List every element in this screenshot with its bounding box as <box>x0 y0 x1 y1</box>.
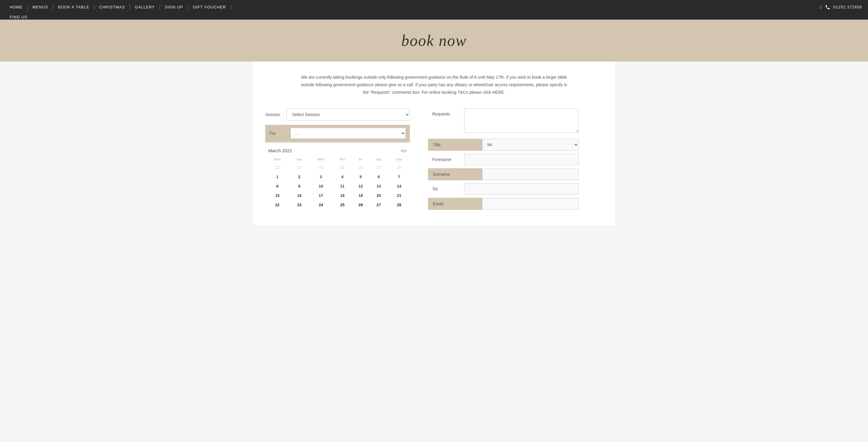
calendar-day[interactable]: 20 <box>369 191 389 200</box>
for-row: For ... 1 2 3 4 5 6 <box>265 125 410 142</box>
requests-row: Requests <box>428 109 579 132</box>
nav-right:  01252 372656 <box>820 4 862 10</box>
title-select[interactable]: Mr Mrs Miss Ms Dr <box>482 139 579 151</box>
hero-banner: book now <box>0 20 868 61</box>
nav-second-row: FIND US <box>6 14 862 20</box>
nav-sep-2: | <box>52 4 55 10</box>
calendar-day[interactable]: 26 <box>352 200 369 210</box>
nav-christmas[interactable]: CHRISTMAS <box>96 0 129 14</box>
calendar-day[interactable]: 13 <box>369 181 389 191</box>
main-content: We are currently taking bookings outside… <box>253 61 615 225</box>
calendar-grid: mon tue wed thu fri sat sun 222324252627… <box>265 155 410 210</box>
calendar-day[interactable]: 1 <box>265 172 290 181</box>
phone-icon[interactable] <box>825 4 830 10</box>
calendar-day[interactable]: 14 <box>388 181 410 191</box>
calendar-day[interactable]: 10 <box>309 181 333 191</box>
calendar-day[interactable]: 8 <box>265 181 290 191</box>
facebook-icon[interactable]:  <box>820 4 822 10</box>
calendar-day[interactable]: 25 <box>333 200 352 210</box>
surname-input[interactable] <box>482 169 579 180</box>
nav-sep-4: | <box>129 4 131 10</box>
nav-book-a-table[interactable]: BOOK A TABLE <box>54 0 93 14</box>
calendar-day[interactable]: 5 <box>352 172 369 181</box>
nav-sep-5: | <box>158 4 161 10</box>
hero-title: book now <box>6 32 862 50</box>
requests-textarea[interactable] <box>464 109 579 132</box>
calendar-week-3: 15161718192021 <box>265 191 410 200</box>
calendar-day[interactable]: 22 <box>265 200 290 210</box>
calendar-header: March 2021 Apr <box>265 146 410 155</box>
calendar-day[interactable]: 22 <box>265 163 290 172</box>
notice-text: We are currently taking bookings outside… <box>299 73 569 96</box>
booking-right: Requests Title Mr Mrs Miss Ms Dr Forenam… <box>428 109 579 213</box>
nav-gift-voucher[interactable]: GIFT VOUCHER <box>189 0 230 14</box>
nav-find-us[interactable]: FIND US <box>6 10 31 24</box>
calendar-day[interactable]: 15 <box>265 191 290 200</box>
surname-row: Surname <box>428 168 579 180</box>
navbar: HOME | MENUS | BOOK A TABLE | CHRISTMAS … <box>0 0 868 20</box>
surname-label: Surname <box>428 168 482 180</box>
calendar-day[interactable]: 12 <box>352 181 369 191</box>
calendar-day[interactable]: 2 <box>290 172 309 181</box>
email-input[interactable] <box>482 198 579 210</box>
nav-gallery[interactable]: GALLERY <box>131 0 158 14</box>
cal-header-tue: tue <box>290 155 309 163</box>
calendar-day[interactable]: 7 <box>388 172 410 181</box>
calendar-day[interactable]: 17 <box>309 191 333 200</box>
for-select[interactable]: ... 1 2 3 4 5 6 <box>290 128 406 139</box>
calendar-container: March 2021 Apr mon tue wed thu fri sat s… <box>265 142 410 210</box>
calendar-week-4: 22232425262728 <box>265 200 410 210</box>
calendar-week-0: 22232425262728 <box>265 163 410 172</box>
tel-input[interactable] <box>464 183 579 195</box>
calendar-day[interactable]: 24 <box>309 200 333 210</box>
calendar-day[interactable]: 27 <box>369 200 389 210</box>
forename-row: Forename <box>428 154 579 165</box>
calendar-day[interactable]: 26 <box>352 163 369 172</box>
calendar-day[interactable]: 23 <box>290 163 309 172</box>
phone-number: 01252 372656 <box>833 5 862 9</box>
nav-sep-1: | <box>26 4 29 10</box>
calendar-day[interactable]: 18 <box>333 191 352 200</box>
calendar-day[interactable]: 3 <box>309 172 333 181</box>
calendar-day[interactable]: 24 <box>309 163 333 172</box>
calendar-day[interactable]: 19 <box>352 191 369 200</box>
nav-sep-3: | <box>93 4 96 10</box>
email-label: Email <box>428 198 482 210</box>
cal-header-sat: sat <box>369 155 389 163</box>
calendar-day[interactable]: 4 <box>333 172 352 181</box>
calendar-day[interactable]: 16 <box>290 191 309 200</box>
nav-sep-6: | <box>187 4 189 10</box>
calendar-day[interactable]: 23 <box>290 200 309 210</box>
cal-header-thu: thu <box>333 155 352 163</box>
cal-header-sun: sun <box>388 155 410 163</box>
calendar-day[interactable]: 28 <box>388 163 410 172</box>
session-row: Session Select Session Lunch Dinner <box>265 109 410 121</box>
cal-header-mon: mon <box>265 155 290 163</box>
email-row: Email <box>428 198 579 210</box>
session-label: Session <box>265 112 283 117</box>
cal-header-fri: fri <box>352 155 369 163</box>
cal-header-wed: wed <box>309 155 333 163</box>
calendar-days-header: mon tue wed thu fri sat sun <box>265 155 410 163</box>
nav-sign-up[interactable]: SIGN UP <box>161 0 187 14</box>
calendar-day[interactable]: 9 <box>290 181 309 191</box>
tel-label: Tel <box>428 184 464 195</box>
calendar-day[interactable]: 11 <box>333 181 352 191</box>
calendar-day[interactable]: 25 <box>333 163 352 172</box>
title-row: Title Mr Mrs Miss Ms Dr <box>428 139 579 151</box>
nav-menus[interactable]: MENUS <box>29 0 52 14</box>
forename-input[interactable] <box>464 154 579 165</box>
tel-row: Tel <box>428 183 579 195</box>
calendar-day[interactable]: 6 <box>369 172 389 181</box>
forename-label: Forename <box>428 154 464 165</box>
session-select[interactable]: Select Session Lunch Dinner <box>286 109 410 121</box>
nav-sep-7: | <box>230 4 232 10</box>
calendar-day[interactable]: 27 <box>369 163 389 172</box>
requests-label: Requests <box>428 109 464 119</box>
booking-left: Session Select Session Lunch Dinner For … <box>265 109 410 213</box>
calendar-week-2: 891011121314 <box>265 181 410 191</box>
calendar-day[interactable]: 21 <box>388 191 410 200</box>
calendar-day[interactable]: 28 <box>388 200 410 210</box>
calendar-week-1: 1234567 <box>265 172 410 181</box>
calendar-month: March 2021 <box>268 148 292 153</box>
